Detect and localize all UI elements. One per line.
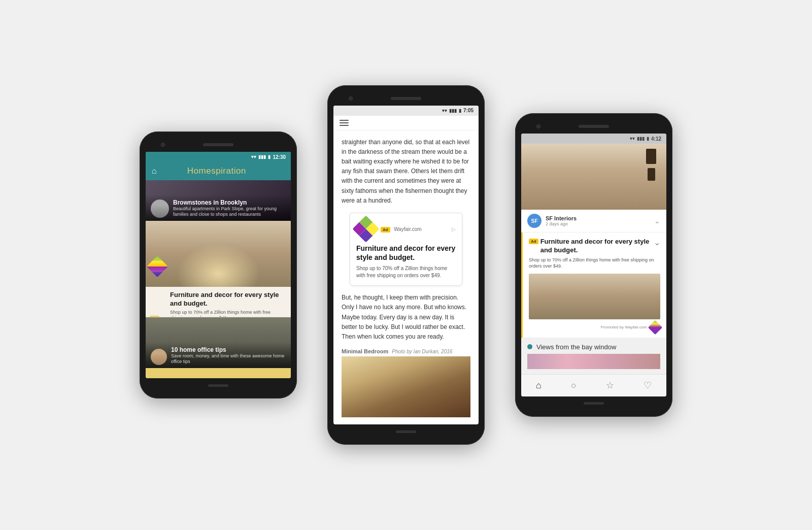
phone-1: ▾▾ ▮▮▮ ▮ 12:30 ⌂ Homespiration [140,131,297,399]
ad-header-2: Ad Wayfair.com ▷ [356,219,456,240]
ad-site-2: Wayfair.com [394,226,422,232]
wayfair-diamond-3 [648,320,662,335]
wayfair-logo-2 [356,219,377,240]
hamburger-line-1 [340,120,349,121]
signal-icon-3: ▮▮▮ [637,136,645,141]
ad-desc-1: Shop up to 70% off a Zillion things home… [170,310,286,317]
card-office[interactable]: 10 home office tips Save room, money, an… [146,317,291,368]
hamburger-menu[interactable] [340,120,472,126]
app-title-1: Homespiration [161,166,273,176]
camera-3 [536,124,540,128]
nav-chat-icon[interactable]: ○ [571,380,577,391]
author-name: SF Interiors [546,215,650,221]
phone-top-1 [146,138,291,152]
brownstones-subtitle: Beautiful apartments in Park Slope, grea… [173,206,286,218]
article-text-1: straighter than anyone did, so that at e… [342,138,470,206]
ad-main-title-2: Furniture and decor for every style and … [356,244,456,262]
ad-header-line-2: Ad Wayfair.com [381,224,422,234]
chevron-down-icon[interactable]: ⌄ [654,217,660,225]
home-indicator-3 [584,402,604,405]
phone-2: ▾▾ ▮▮▮ ▮ 7:05 straighter than anyone did… [327,85,485,445]
phone-top-2 [333,91,479,106]
ad-desc-3: Shop up to 70% off a Zillion things home… [529,257,660,270]
card-brownstones[interactable]: Brownstones in Brooklyn Beautiful apartm… [146,180,291,221]
article-text-2: But, he thought, I keep them with precis… [342,293,470,342]
user-avatar-1 [151,200,169,218]
views-card[interactable]: Views from the bay window [521,338,666,374]
ad-header-3: Ad Furniture and decor for every style a… [529,238,660,255]
ad-image-3 [529,274,660,319]
author-card[interactable]: SF SF Interiors 2 days ago ⌄ [521,210,666,233]
ad-desc-2: Shop up to 70% off a Zillion things home… [356,265,456,279]
phone-3: ▾▾ ▮▮▮ ▮ 4:12 SF SF I [515,113,672,417]
diamond-logo-2 [352,215,380,243]
phone-bottom-3 [521,396,666,411]
views-header: Views from the bay window [527,343,660,351]
office-text: 10 home office tips Save room, money, an… [171,346,286,365]
ad-text-1: Furniture and decor for every style and … [151,291,286,317]
article-body: straighter than anyone did, so that at e… [333,130,479,425]
expand-icon-3[interactable]: ⌄ [654,238,660,247]
office-title: 10 home office tips [171,346,286,353]
camera-1 [161,143,165,147]
wayfair-logo-1 [150,259,165,274]
ad-badge-2: Ad [381,227,390,233]
brownstones-text: Brownstones in Brooklyn Beautiful apartm… [173,199,286,218]
hamburger-line-3 [340,125,349,126]
partial-card [146,368,291,378]
battery-icon-3: ▮ [647,136,649,141]
ad-title-block-2: Ad Wayfair.com [381,224,422,234]
app-header-2 [333,116,479,130]
speaker-2 [391,97,421,100]
signal-icon-2: ▮▮▮ [449,108,457,113]
room-background [521,144,666,210]
status-time-display-3: 4:12 [651,136,661,142]
speaker-3 [579,125,609,128]
wifi-icon-3: ▾▾ [630,136,635,141]
ad-footer-3: Promoted by Wayfair.com [529,322,660,333]
author-info: SF Interiors 2 days ago [546,215,650,226]
phone-top-3 [521,119,666,134]
phone-bottom-2 [333,424,479,439]
nav-heart-icon[interactable]: ♡ [644,380,652,391]
caption-credit: Photo by Ian Durkan, 2016 [392,349,452,354]
top-room-image[interactable] [521,144,666,210]
home-nav-icon-1[interactable]: ⌂ [152,167,157,176]
screen-1: ▾▾ ▮▮▮ ▮ 12:30 ⌂ Homespiration [146,152,291,378]
author-initials: SF [531,218,538,224]
caption-title: Minimal Bedroom [342,348,388,354]
card-ad-phone3[interactable]: Ad Furniture and decor for every style a… [521,233,666,338]
article-caption: Minimal Bedroom Photo by Ian Durkan, 201… [342,348,452,354]
app-header-1: ⌂ Homespiration [146,162,291,180]
nav-home-icon[interactable]: ⌂ [536,380,542,391]
status-bar-2: ▾▾ ▮▮▮ ▮ 7:05 [333,106,479,116]
brownstones-title: Brownstones in Brooklyn [173,199,286,206]
brownstones-overlay: Brownstones in Brooklyn Beautiful apartm… [146,195,291,221]
ad-title-1: Furniture and decor for every style and … [170,291,286,308]
office-subtitle: Save room, money, and time with these aw… [171,353,286,365]
screen-3: ▾▾ ▮▮▮ ▮ 4:12 SF SF I [521,134,666,396]
status-time-display-2: 7:05 [463,108,473,113]
screen-2: ▾▾ ▮▮▮ ▮ 7:05 straighter than anyone did… [333,106,479,425]
author-time: 2 days ago [546,221,650,226]
wifi-icon-1: ▾▾ [251,154,256,159]
home-indicator-2 [396,430,416,433]
ad-close-2[interactable]: ▷ [452,225,456,234]
sf-avatar: SF [527,214,542,228]
status-time-display-1: 12:30 [273,154,286,160]
nav-star-icon[interactable]: ☆ [606,380,614,391]
hamburger-line-2 [340,122,349,123]
card-ad-phone2[interactable]: Ad Wayfair.com ▷ Furniture and decor for… [350,213,462,286]
battery-icon-1: ▮ [268,154,270,159]
office-overlay: 10 home office tips Save room, money, an… [146,342,291,368]
hanger-item-2 [648,168,655,181]
bottom-nav: ⌂ ○ ☆ ♡ [521,374,666,396]
ad-image-1 [146,221,291,287]
article-caption-block: Minimal Bedroom Photo by Ian Durkan, 201… [342,347,470,356]
signal-icon-1: ▮▮▮ [258,154,266,159]
card-ad-phone1[interactable]: Furniture and decor for every style and … [146,221,291,317]
ad-title-3: Furniture and decor for every style and … [540,238,652,255]
battery-icon-2: ▮ [459,108,461,113]
phone-bottom-1 [146,378,291,392]
wifi-icon-2: ▾▾ [442,108,447,113]
